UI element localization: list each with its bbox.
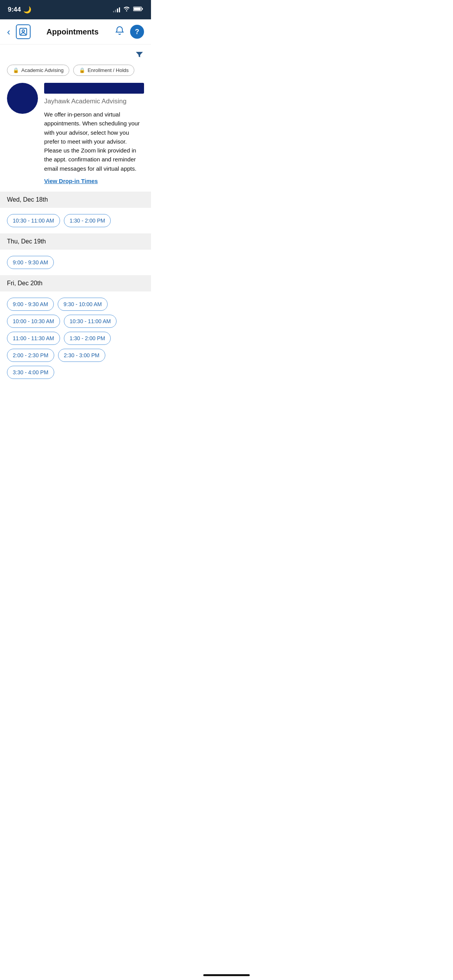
date-header-1: Thu, Dec 19th: [0, 233, 151, 250]
advisor-card: Jayhawk Academic Advising We offer in-pe…: [0, 83, 151, 192]
time-slot-0-0[interactable]: 10:30 - 11:00 AM: [7, 214, 60, 227]
back-button[interactable]: ‹: [7, 27, 10, 37]
time-slot-1-0[interactable]: 9:00 - 9:30 AM: [7, 256, 54, 269]
advisor-department: Jayhawk Academic Advising: [44, 98, 144, 105]
page-title: Appointments: [46, 27, 98, 36]
category-pills: 🔒 Academic Advising 🔒 Enrollment / Holds: [0, 65, 151, 83]
profile-icon[interactable]: [16, 24, 31, 39]
nav-bar: ‹ Appointments ?: [0, 19, 151, 45]
time-slots-2: 9:00 - 9:30 AM9:30 - 10:00 AM10:00 - 10:…: [0, 291, 151, 385]
lock-icon-academic: 🔒: [13, 67, 19, 73]
nav-right: ?: [115, 25, 144, 39]
status-bar: 9:44 🌙: [0, 0, 151, 19]
status-time: 9:44 🌙: [8, 6, 31, 14]
time-slot-2-4[interactable]: 11:00 - 11:30 AM: [7, 332, 60, 345]
svg-point-4: [22, 30, 24, 32]
battery-icon: [133, 6, 143, 13]
time-slot-2-6[interactable]: 2:00 - 2:30 PM: [7, 349, 54, 362]
signal-icon: [113, 7, 120, 12]
time-slots-1: 9:00 - 9:30 AM: [0, 250, 151, 275]
notification-bell-button[interactable]: [115, 26, 125, 38]
drop-in-times-link[interactable]: View Drop-in Times: [44, 178, 98, 184]
advisor-description: We offer in-person and virtual appointme…: [44, 110, 144, 173]
time-slot-2-3[interactable]: 10:30 - 11:00 AM: [64, 315, 117, 328]
time-slot-2-1[interactable]: 9:30 - 10:00 AM: [58, 298, 108, 311]
enrollment-holds-pill[interactable]: 🔒 Enrollment / Holds: [73, 65, 134, 76]
time-slot-2-2[interactable]: 10:00 - 10:30 AM: [7, 315, 60, 328]
schedule-container: Wed, Dec 18th10:30 - 11:00 AM1:30 - 2:00…: [0, 192, 151, 385]
enrollment-holds-label: Enrollment / Holds: [88, 67, 129, 73]
advisor-name-bar: [44, 83, 144, 94]
academic-advising-pill[interactable]: 🔒 Academic Advising: [7, 65, 69, 76]
date-header-0: Wed, Dec 18th: [0, 192, 151, 208]
nav-left: ‹: [7, 24, 31, 39]
time-slot-2-5[interactable]: 1:30 - 2:00 PM: [64, 332, 111, 345]
filter-button[interactable]: [135, 50, 144, 62]
time-slots-0: 10:30 - 11:00 AM1:30 - 2:00 PM: [0, 208, 151, 233]
wifi-icon: [123, 6, 130, 13]
svg-rect-1: [142, 8, 143, 10]
status-icons: [113, 6, 143, 13]
filter-row: [0, 45, 151, 65]
time-slot-0-1[interactable]: 1:30 - 2:00 PM: [64, 214, 111, 227]
advisor-info: Jayhawk Academic Advising We offer in-pe…: [44, 83, 144, 185]
time-slot-2-8[interactable]: 3:30 - 4:00 PM: [7, 366, 54, 379]
moon-icon: 🌙: [23, 6, 31, 14]
svg-rect-2: [134, 8, 141, 10]
lock-icon-enrollment: 🔒: [79, 67, 85, 73]
academic-advising-label: Academic Advising: [21, 67, 63, 73]
time-slot-2-7[interactable]: 2:30 - 3:00 PM: [58, 349, 105, 362]
help-button[interactable]: ?: [130, 25, 144, 39]
advisor-avatar: [7, 83, 38, 114]
time-slot-2-0[interactable]: 9:00 - 9:30 AM: [7, 298, 54, 311]
date-header-2: Fri, Dec 20th: [0, 275, 151, 291]
